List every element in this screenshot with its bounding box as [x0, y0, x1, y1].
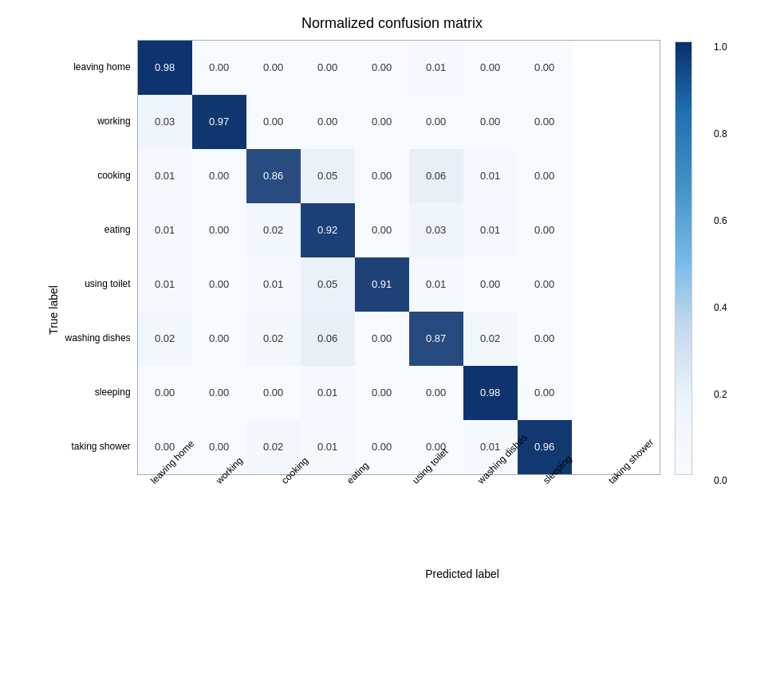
matrix-cell: 0.00 — [192, 203, 246, 257]
matrix-cell: 0.02 — [246, 203, 301, 257]
matrix-area: leaving homeworkingcookingeatingusing to… — [65, 40, 660, 580]
y-labels: leaving homeworkingcookingeatingusing to… — [65, 40, 131, 473]
matrix-cell: 0.05 — [301, 149, 355, 203]
colorbar-tick-label: 0.0 — [714, 475, 727, 486]
matrix-cell: 0.00 — [138, 366, 192, 420]
matrix-cell: 0.01 — [409, 41, 463, 95]
matrix-cell: 0.00 — [518, 203, 572, 257]
matrix-cell: 0.00 — [463, 41, 518, 95]
matrix-cell: 0.06 — [301, 312, 355, 366]
matrix-cell: 0.01 — [246, 257, 301, 312]
colorbar-tick-label: 1.0 — [714, 41, 727, 53]
colorbar-tick-label: 0.8 — [714, 128, 727, 139]
matrix-cell: 0.01 — [138, 257, 192, 312]
y-label: cooking — [65, 148, 131, 202]
matrix-cell: 0.00 — [246, 41, 301, 95]
matrix-cell: 0.98 — [463, 366, 518, 420]
matrix-cell: 0.02 — [138, 312, 192, 366]
matrix-cell: 0.01 — [463, 203, 518, 257]
matrix-cell: 0.01 — [463, 149, 518, 203]
matrix-cell: 0.00 — [518, 257, 572, 312]
matrix-cell: 0.00 — [192, 366, 246, 420]
matrix-cell: 0.00 — [518, 149, 572, 203]
y-axis-label: True label — [47, 285, 60, 335]
matrix-cell: 0.01 — [138, 203, 192, 257]
matrix-cell: 0.86 — [246, 149, 301, 203]
matrix-cell: 0.05 — [301, 257, 355, 312]
matrix-cell: 0.00 — [246, 366, 301, 420]
x-axis-label: Predicted label — [265, 567, 660, 580]
chart-container: Normalized confusion matrix True label l… — [26, 15, 759, 685]
x-labels-row: leaving homeworkingcookingeatingusing to… — [137, 478, 660, 566]
matrix-cell: 0.00 — [355, 41, 409, 95]
matrix-cell: 0.00 — [518, 312, 572, 366]
matrix-cell: 0.00 — [518, 366, 572, 420]
matrix-cell: 0.00 — [192, 257, 246, 312]
y-label: using toilet — [65, 257, 131, 311]
matrix-cell: 0.00 — [355, 95, 409, 149]
matrix-cell: 0.98 — [138, 41, 192, 95]
matrix-cell: 0.00 — [301, 95, 355, 149]
matrix-cell: 0.06 — [409, 149, 463, 203]
colorbar-tick-label: 0.6 — [714, 215, 727, 226]
matrix-cell: 0.00 — [409, 95, 463, 149]
matrix-cell: 0.00 — [192, 149, 246, 203]
matrix-cell: 0.00 — [409, 366, 463, 420]
matrix-cell: 0.02 — [246, 312, 301, 366]
colorbar-tick-label: 0.4 — [714, 302, 727, 313]
matrix-cell: 0.02 — [463, 312, 518, 366]
matrix-cell: 0.00 — [355, 312, 409, 366]
matrix-cell: 0.00 — [246, 95, 301, 149]
y-label: sleeping — [65, 365, 131, 419]
matrix-cell: 0.00 — [301, 41, 355, 95]
y-label: taking shower — [65, 419, 131, 473]
matrix-cell: 0.91 — [355, 257, 409, 312]
colorbar — [675, 41, 692, 475]
matrix-cell: 0.01 — [138, 149, 192, 203]
colorbar-tick-label: 0.2 — [714, 389, 727, 400]
matrix-cell: 0.00 — [355, 366, 409, 420]
y-label: leaving home — [65, 40, 131, 94]
matrix-cell: 0.00 — [518, 95, 572, 149]
colorbar-ticks: 1.00.80.60.40.20.0 — [695, 41, 727, 475]
matrix-cell: 0.00 — [463, 257, 518, 312]
y-label: washing dishes — [65, 311, 131, 365]
matrix-cell: 0.00 — [463, 95, 518, 149]
y-label: working — [65, 94, 131, 148]
matrix-cell: 0.00 — [192, 312, 246, 366]
matrix-cell: 0.87 — [409, 312, 463, 366]
matrix-cell: 0.03 — [138, 95, 192, 149]
matrix-cell: 0.01 — [301, 366, 355, 420]
y-label: eating — [65, 202, 131, 257]
confusion-matrix: 0.980.000.000.000.000.010.000.000.030.97… — [137, 40, 660, 475]
matrix-cell: 0.00 — [355, 203, 409, 257]
matrix-cell: 0.00 — [355, 149, 409, 203]
matrix-cell: 0.03 — [409, 203, 463, 257]
matrix-cell: 0.00 — [518, 41, 572, 95]
matrix-cell: 0.01 — [409, 257, 463, 312]
matrix-cell: 0.00 — [192, 41, 246, 95]
chart-title: Normalized confusion matrix — [26, 15, 759, 32]
matrix-cell: 0.92 — [301, 203, 355, 257]
matrix-cell: 0.97 — [192, 95, 246, 149]
